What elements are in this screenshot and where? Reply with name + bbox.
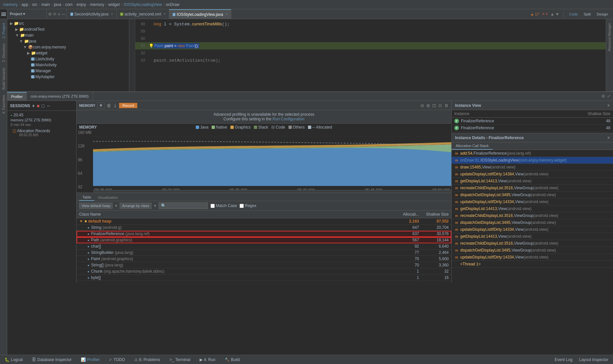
arrange-dropdown[interactable]: Arrange by class (120, 203, 151, 209)
table-row-string-array[interactable]: ● String[] (java.lang) 70 3,360 (77, 262, 451, 268)
match-case-checkbox[interactable]: Match Case (210, 203, 237, 208)
stack-row-recreate3[interactable]: m recreateChildDisplayList:3516, ViewGro… (452, 240, 613, 247)
run-config-link[interactable]: Run Configuration (273, 117, 305, 121)
search-box[interactable]: 🔍 (159, 202, 208, 209)
side-tab-build-variants[interactable]: Build Variants (1, 65, 7, 92)
stack-row-update1[interactable]: m updateDisplayListIfDirty:14384, View (… (452, 171, 613, 178)
stack-row-dispatch3[interactable]: m dispatchGetDisplayList:3495, ViewGroup… (452, 247, 613, 254)
table-row-string[interactable]: ● String (android.g) 647 20,704 (77, 225, 451, 231)
stack-row-getdisplay2[interactable]: m getDisplayList:14413, View (android.vi… (452, 205, 613, 212)
bottom-build[interactable]: 🔨 Build (223, 357, 242, 363)
instance-row-2[interactable]: F FinalizerReference 48 (452, 125, 613, 132)
pause-session-button[interactable]: □ (42, 103, 44, 108)
table-row-byte-array[interactable]: ● byte[] 1 16 (77, 275, 451, 281)
stack-row-update2[interactable]: m updateDisplayListIfDirty:14334, View (… (452, 198, 613, 205)
code-button[interactable]: Code (567, 12, 579, 17)
bottom-logcat[interactable]: 🐛 Logcat (3, 357, 25, 363)
allocation-records-label[interactable]: ◫ Allocation Records (13, 129, 76, 133)
tree-item-java[interactable]: ▼ 📁 java (7, 38, 129, 44)
settings-icon[interactable]: ⚙ (601, 94, 605, 99)
breadcrumb-class[interactable]: IOSStyleLoadingView (124, 2, 162, 7)
bottom-event-log[interactable]: Event Log (553, 357, 574, 363)
details-tab-call-stack[interactable]: Allocation Call Stack (452, 142, 493, 150)
table-row-finalizer-ref[interactable]: ● FinalizerReference (java.lang.ref) 637… (77, 231, 451, 237)
tree-item-src[interactable]: ▶ 📁 src (7, 20, 129, 26)
table-row-group[interactable]: ▼ ■ default heap 2,163 87,552 (77, 218, 451, 225)
minimize-icon[interactable]: — (61, 12, 65, 16)
side-tab-resource-manager[interactable]: Resource Manager (607, 20, 612, 54)
split-button[interactable]: Split (582, 12, 592, 17)
design-button[interactable]: Design (595, 12, 610, 17)
stack-row-getdisplay3[interactable]: m getDisplayList:14413, View (android.vi… (452, 233, 613, 240)
zoom-in-icon[interactable]: ⊕ (426, 103, 430, 108)
regex-checkbox[interactable]: Regex (240, 203, 256, 208)
sync-icon[interactable]: ⟳ (53, 12, 56, 16)
stack-row-dispatch2[interactable]: m dispatchGetDisplayList:3495, ViewGroup… (452, 219, 613, 226)
dropdown-memory-type[interactable]: ▼ (97, 103, 105, 108)
regex-input[interactable] (240, 204, 244, 208)
back-button[interactable]: ← (46, 103, 51, 108)
tab-second-activity[interactable]: J SecondActivity.java × (67, 9, 117, 19)
stack-row-recreate1[interactable]: m recreateChildDisplayList:3516, ViewGro… (452, 185, 613, 192)
stack-row-draw[interactable]: m draw:15495, View (android.view) (452, 164, 613, 171)
search-input[interactable] (166, 204, 206, 208)
stack-row-ondraw[interactable]: m onDraw:91, IOSStyleLoadingView (com.en… (452, 157, 613, 164)
pause-icon[interactable]: ⏸ (444, 103, 449, 108)
tab-activity-xml[interactable]: X activity_sencond.xml × (117, 9, 170, 19)
gear-icon[interactable]: ≡ (58, 12, 60, 16)
table-row-chunk[interactable]: ● Chunk (org.apache.harmony.dalvik.ddmc)… (77, 268, 451, 275)
tab-ios-loading-view[interactable]: J IOSStyleLoadingView.java × (169, 9, 231, 19)
stack-row-thread1[interactable]: <Thread 1> (452, 261, 613, 268)
table-row-stringbuilder[interactable]: ● StringBuilder (java.lang) 77 2,464 (77, 250, 451, 256)
side-tab-structure[interactable]: 2: Structure (1, 41, 7, 65)
table-row-paint[interactable]: ● Paint (android.graphics) 70 5,600 (77, 256, 451, 262)
details-close-button[interactable]: × (607, 136, 610, 140)
bottom-todo[interactable]: ✓ TODO (107, 357, 127, 363)
profiler-tab-device[interactable]: com.enjoy.memory (ZTE ZTE B880) (27, 92, 93, 101)
dump-icon[interactable]: ⤓ (113, 103, 117, 108)
external-icon[interactable]: ⤢ (607, 94, 610, 99)
tree-item-listactivity[interactable]: C ListActivity (7, 56, 129, 62)
tab-visualization[interactable]: Visualization (94, 195, 121, 200)
add-session-button[interactable]: + (32, 103, 35, 108)
bottom-run[interactable]: ▶ 4: Run (198, 357, 217, 363)
side-tab-favorites[interactable]: 4: Favorites (1, 92, 7, 116)
heap-dropdown[interactable]: View default heap (79, 203, 113, 209)
stack-row-dispatch1[interactable]: m dispatchGetDisplayList:3495, ViewGroup… (452, 192, 613, 198)
chart-scrollbar[interactable] (93, 190, 451, 193)
tree-item-widget[interactable]: ▶ 📁 widget (7, 50, 129, 56)
stop-session-button[interactable]: ■ (37, 103, 40, 108)
bottom-profiler[interactable]: 📊 Profiler (79, 357, 102, 363)
close-icon[interactable]: × (164, 12, 166, 16)
bottom-terminal[interactable]: >_ Terminal (168, 357, 192, 363)
side-tab-project[interactable]: 1: Project (1, 20, 7, 41)
go-to-live-icon[interactable]: ⊙ (438, 103, 442, 108)
record-button[interactable]: Record (119, 103, 137, 108)
table-row-char-array[interactable]: ● char[] 92 6,640 (77, 243, 451, 250)
project-header[interactable]: Project ▾ (7, 9, 47, 19)
instance-row-1[interactable]: F FinalizerReference 48 (452, 118, 613, 125)
bottom-problems[interactable]: ⚠ 6: Problems (132, 357, 162, 363)
session-item[interactable]: ● 20:45 memory (ZTE ZTE B880) 5 min 54 s… (7, 111, 76, 129)
instance-close-button[interactable]: × (607, 103, 610, 108)
tab-table[interactable]: Table (79, 194, 94, 201)
project-toggle-icon[interactable] (0, 9, 7, 19)
close-icon[interactable]: × (111, 12, 113, 16)
tree-item-androidtest[interactable]: ▶ 📁 androidTest (7, 26, 129, 32)
zoom-out-icon[interactable]: ⊖ (420, 103, 424, 108)
table-row-path[interactable]: ● Path (android.graphics) 567 18,144 (77, 237, 451, 243)
tree-item-mainactivity[interactable]: C MainActivity (7, 62, 129, 68)
stack-row-update4[interactable]: m updateDisplayListIfDirty:14334, View (… (452, 254, 613, 261)
trash-icon[interactable]: 🗑 (107, 103, 111, 108)
stack-row-getdisplay1[interactable]: m getDisplayList:14413, View (android.vi… (452, 178, 613, 185)
profiler-tab-main[interactable]: Profiler (7, 92, 27, 101)
tree-item-package[interactable]: ▼ 📦 com.enjoy.memory (7, 44, 129, 50)
col-alloc-header[interactable]: Allocati... (389, 212, 419, 217)
close-icon[interactable]: × (226, 13, 228, 16)
match-case-input[interactable] (210, 204, 215, 208)
stack-row-recreate2[interactable]: m recreateChildDisplayList:3516, ViewGro… (452, 212, 613, 219)
bottom-layout-inspector[interactable]: Layout Inspector (577, 357, 610, 363)
tree-item-myadapter[interactable]: C MyAdapter (7, 74, 129, 80)
col-shallow-header[interactable]: Shallow Size (419, 212, 449, 217)
breadcrumb-memory[interactable]: memory (3, 2, 17, 7)
